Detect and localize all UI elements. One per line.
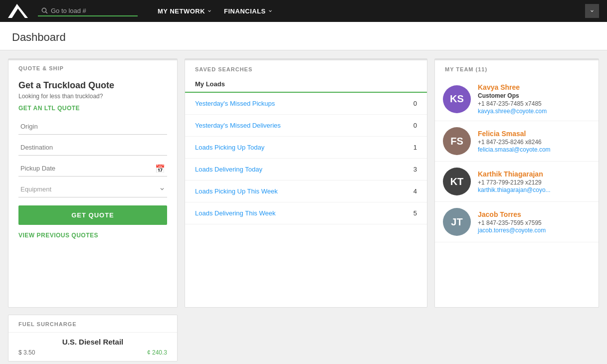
saved-search-count: 4 xyxy=(413,187,417,195)
team-member: FS Felicia Smasal +1 847-235-8246 x8246 … xyxy=(435,121,599,162)
saved-search-count: 5 xyxy=(413,209,417,217)
quote-ship-card: QUOTE & SHIP Get a Truckload Quote Looki… xyxy=(8,58,178,308)
saved-search-row[interactable]: Loads Picking Up This Week 4 xyxy=(185,181,427,202)
saved-search-link[interactable]: Yesterday's Missed Deliveries xyxy=(195,122,281,129)
saved-search-count: 1 xyxy=(413,144,417,151)
team-list: KS Kavya Shree Customer Ops +1 847-235-7… xyxy=(435,77,599,242)
svg-marker-1 xyxy=(16,4,28,18)
team-member-email[interactable]: kavya.shree@coyote.com xyxy=(478,108,591,115)
team-member-name: Kavya Shree xyxy=(478,83,591,91)
fuel-body: U.S. Diesel Retail $ 3.50 ¢ 240.3 xyxy=(8,333,177,361)
team-member-phone: +1 847-235-7485 x7485 xyxy=(478,100,591,107)
origin-input[interactable] xyxy=(18,119,167,135)
chevron-down-icon xyxy=(590,8,595,13)
team-member-info: Karthik Thiagarajan +1 773-799-2129 x212… xyxy=(478,170,591,193)
quote-ship-header: QUOTE & SHIP xyxy=(8,59,177,71)
saved-search-link[interactable]: Loads Picking Up Today xyxy=(195,144,264,151)
search-icon xyxy=(41,7,48,14)
saved-searches-card: SAVED SEARCHES My Loads Yesterday's Miss… xyxy=(185,58,427,308)
team-member-info: Jacob Torres +1 847-235-7595 x7595 jacob… xyxy=(478,210,591,234)
fuel-values: $ 3.50 ¢ 240.3 xyxy=(18,349,167,356)
saved-search-row[interactable]: Loads Delivering Today 3 xyxy=(185,159,427,181)
my-team-card: MY TEAM (11) KS Kavya Shree Customer Ops… xyxy=(434,58,599,308)
svg-point-2 xyxy=(42,8,46,12)
saved-search-row[interactable]: Loads Delivering This Week 5 xyxy=(185,202,427,224)
search-input[interactable] xyxy=(51,7,131,14)
saved-search-link[interactable]: Loads Picking Up This Week xyxy=(195,187,278,195)
fuel-surcharge-card: FUEL SURCHARGE U.S. Diesel Retail $ 3.50… xyxy=(8,315,178,362)
logo xyxy=(8,4,28,18)
equipment-wrapper: Equipment xyxy=(18,182,167,197)
avatar: KS xyxy=(443,85,471,113)
saved-search-row[interactable]: Yesterday's Missed Deliveries 0 xyxy=(185,115,427,137)
avatar: KT xyxy=(443,168,471,195)
prev-quotes-link[interactable]: VIEW PREVIOUS QUOTES xyxy=(18,232,98,239)
quote-subtitle: Looking for less than truckload? xyxy=(18,93,167,100)
team-member-name: Felicia Smasal xyxy=(478,130,591,138)
calendar-icon: 📅 xyxy=(155,164,165,174)
logo-icon xyxy=(8,4,28,18)
main-content: QUOTE & SHIP Get a Truckload Quote Looki… xyxy=(0,50,607,364)
team-member: KS Kavya Shree Customer Ops +1 847-235-7… xyxy=(435,77,599,121)
equipment-select[interactable]: Equipment xyxy=(18,182,167,197)
avatar: JT xyxy=(443,208,471,236)
avatar: FS xyxy=(443,127,471,155)
saved-search-count: 0 xyxy=(413,100,417,107)
nav-my-network[interactable]: MY NETWORK xyxy=(158,7,212,15)
team-member-email[interactable]: jacob.torres@coyote.com xyxy=(478,227,591,234)
right-column: MY TEAM (11) KS Kavya Shree Customer Ops… xyxy=(434,58,599,308)
team-member-email[interactable]: karthik.thiagarajan@coyo... xyxy=(478,186,591,193)
fuel-header: FUEL SURCHARGE xyxy=(8,315,177,333)
pickup-date-input[interactable] xyxy=(18,161,167,177)
destination-input[interactable] xyxy=(18,140,167,156)
team-member: KT Karthik Thiagarajan +1 773-799-2129 x… xyxy=(435,162,599,202)
team-label: MY TEAM (11) xyxy=(445,66,487,72)
middle-column: SAVED SEARCHES My Loads Yesterday's Miss… xyxy=(185,58,427,308)
fuel-chart-title: U.S. Diesel Retail xyxy=(18,338,167,346)
fuel-low-value: $ 3.50 xyxy=(18,349,35,356)
saved-search-row[interactable]: Loads Picking Up Today 1 xyxy=(185,137,427,159)
team-member-name: Jacob Torres xyxy=(478,210,591,218)
navbar: MY NETWORK FINANCIALS xyxy=(0,0,607,22)
saved-search-link[interactable]: Yesterday's Missed Pickups xyxy=(195,100,275,107)
team-member-email[interactable]: felicia.smasal@coyote.com xyxy=(478,146,591,153)
saved-searches-tabs: My Loads xyxy=(185,76,427,93)
svg-line-3 xyxy=(46,12,47,13)
quote-ship-body: Get a Truckload Quote Looking for less t… xyxy=(8,71,177,247)
saved-search-link[interactable]: Loads Delivering Today xyxy=(195,166,262,173)
team-member-phone: +1 847-235-8246 x8246 xyxy=(478,139,591,146)
chevron-down-icon xyxy=(268,8,273,13)
nav-links: MY NETWORK FINANCIALS xyxy=(158,7,273,15)
saved-search-row[interactable]: Yesterday's Missed Pickups 0 xyxy=(185,93,427,115)
left-column: QUOTE & SHIP Get a Truckload Quote Looki… xyxy=(8,58,178,362)
tab-my-loads[interactable]: My Loads xyxy=(185,76,235,92)
saved-search-link[interactable]: Loads Delivering This Week xyxy=(195,209,275,217)
team-member-info: Felicia Smasal +1 847-235-8246 x8246 fel… xyxy=(478,130,591,153)
team-header: MY TEAM (11) xyxy=(435,59,599,77)
get-quote-button[interactable]: GET QUOTE xyxy=(18,205,167,225)
nav-financials[interactable]: FINANCIALS xyxy=(224,7,273,15)
quote-title: Get a Truckload Quote xyxy=(18,80,167,91)
page-title: Dashboard xyxy=(0,22,607,50)
pickup-date-wrapper: 📅 xyxy=(18,161,167,177)
chevron-down-icon xyxy=(207,8,212,13)
team-member: JT Jacob Torres +1 847-235-7595 x7595 ja… xyxy=(435,202,599,242)
team-member-phone: +1 847-235-7595 x7595 xyxy=(478,219,591,226)
saved-searches-list: Yesterday's Missed Pickups 0Yesterday's … xyxy=(185,93,427,224)
team-member-name: Karthik Thiagarajan xyxy=(478,170,591,178)
user-menu-button[interactable] xyxy=(585,4,599,18)
saved-search-count: 0 xyxy=(413,122,417,129)
team-member-info: Kavya Shree Customer Ops +1 847-235-7485… xyxy=(478,83,591,115)
fuel-high-value: ¢ 240.3 xyxy=(147,349,167,356)
saved-search-count: 3 xyxy=(413,166,417,173)
ltl-link[interactable]: GET AN LTL QUOTE xyxy=(18,105,167,112)
search-box[interactable] xyxy=(38,6,138,16)
team-member-phone: +1 773-799-2129 x2129 xyxy=(478,179,591,186)
team-member-role: Customer Ops xyxy=(478,92,591,99)
saved-searches-header: SAVED SEARCHES xyxy=(185,59,427,72)
